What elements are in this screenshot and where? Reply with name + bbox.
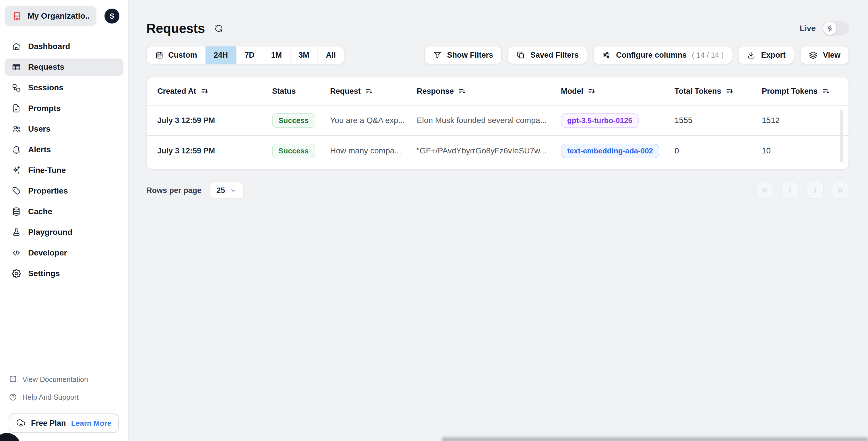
sliders-icon: [601, 50, 611, 60]
live-toggle-knob: [823, 22, 836, 35]
time-range-24h[interactable]: 24H: [206, 46, 237, 64]
cell-status: Success: [272, 113, 330, 128]
tag-icon: [11, 186, 21, 196]
chevron-right-icon: [811, 186, 819, 195]
view-documentation-link[interactable]: View Documentation: [9, 375, 119, 384]
help-icon: [9, 393, 17, 401]
time-range-custom[interactable]: Custom: [147, 46, 206, 64]
cell-response: Elon Musk founded several compa...: [417, 116, 561, 125]
zap-off-icon: [826, 25, 834, 32]
sidebar-item-requests[interactable]: Requests: [5, 59, 123, 76]
show-filters-button[interactable]: Show Filters: [424, 46, 502, 64]
table-row[interactable]: July 3 12:59 PM Success How many compa..…: [147, 136, 848, 166]
org-switcher-button[interactable]: My Organizatio...: [5, 6, 96, 26]
sidebar-item-alerts[interactable]: Alerts: [5, 141, 123, 158]
sidebar-item-developer[interactable]: Developer: [5, 244, 123, 262]
requests-table-card: Created At Status Request Response Model…: [146, 77, 849, 170]
table-header-row: Created At Status Request Response Model…: [147, 77, 848, 105]
cell-request: How many compa...: [330, 146, 417, 156]
sort-icon[interactable]: [725, 87, 734, 96]
sidebar-item-fine-tune[interactable]: Fine-Tune: [5, 162, 123, 179]
plan-label: Free Plan: [31, 419, 66, 428]
sidebar-item-cache[interactable]: Cache: [5, 203, 123, 220]
export-button[interactable]: Export: [738, 46, 794, 64]
gear-icon: [11, 269, 21, 278]
table-icon: [11, 62, 21, 72]
cloud-up-icon: [16, 418, 26, 428]
first-page-button[interactable]: [756, 182, 773, 199]
time-range-all[interactable]: All: [318, 46, 344, 64]
cell-total-tokens: 0: [675, 146, 762, 156]
cell-model: gpt-3.5-turbo-0125: [561, 113, 675, 128]
home-icon: [11, 42, 21, 51]
column-header-response[interactable]: Response: [417, 87, 561, 96]
flask-icon: [11, 227, 21, 237]
sidebar-item-sessions[interactable]: Sessions: [5, 79, 123, 96]
sort-icon[interactable]: [822, 87, 830, 96]
toolbar-buttons: Show Filters Saved Filters Configure col…: [424, 46, 849, 64]
column-header-prompt-tokens[interactable]: Prompt Tokens: [762, 87, 848, 96]
rows-per-page: Rows per page 25: [146, 182, 244, 199]
time-range-3m[interactable]: 3M: [290, 46, 318, 64]
live-label: Live: [800, 24, 816, 33]
rows-per-page-select[interactable]: 25: [210, 182, 244, 199]
plan-card[interactable]: Free Plan Learn More: [9, 413, 119, 433]
building-icon: [12, 11, 22, 21]
sidebar: My Organizatio... S Dashboard Requests S…: [0, 0, 129, 441]
cell-prompt-tokens: 10: [762, 146, 848, 156]
sparkles-icon: [11, 165, 21, 175]
sort-icon[interactable]: [458, 87, 466, 96]
cell-created-at: July 3 12:59 PM: [157, 116, 272, 125]
sidebar-item-settings[interactable]: Settings: [5, 265, 123, 282]
layers-icon: [809, 50, 818, 60]
saved-filters-button[interactable]: Saved Filters: [507, 46, 587, 64]
sort-icon[interactable]: [200, 87, 209, 96]
main-content: Requests Live Custom 24H 7D: [129, 0, 868, 441]
column-header-request[interactable]: Request: [330, 87, 417, 96]
prev-page-button[interactable]: [781, 182, 799, 199]
users-icon: [11, 124, 21, 134]
sidebar-item-playground[interactable]: Playground: [5, 224, 123, 241]
table-footer: Rows per page 25: [146, 182, 849, 199]
rows-per-page-label: Rows per page: [146, 186, 202, 195]
column-header-model[interactable]: Model: [561, 87, 675, 96]
view-button[interactable]: View: [800, 46, 849, 64]
sort-icon[interactable]: [365, 87, 373, 96]
cell-request: You are a Q&A exp...: [330, 116, 417, 125]
sidebar-item-prompts[interactable]: Prompts: [5, 100, 123, 117]
sort-icon[interactable]: [587, 87, 596, 96]
time-range-1m[interactable]: 1M: [263, 46, 291, 64]
column-header-status[interactable]: Status: [272, 87, 330, 96]
bell-icon: [11, 145, 21, 155]
cell-status: Success: [272, 144, 330, 158]
table-row[interactable]: July 3 12:59 PM Success You are a Q&A ex…: [147, 105, 848, 136]
time-range-7d[interactable]: 7D: [237, 46, 263, 64]
page-title: Requests: [146, 21, 205, 36]
live-toggle[interactable]: [823, 21, 849, 36]
avatar[interactable]: S: [104, 9, 119, 24]
column-header-created-at[interactable]: Created At: [157, 87, 272, 96]
last-page-button[interactable]: [832, 182, 849, 199]
refresh-icon: [214, 24, 223, 33]
sidebar-item-properties[interactable]: Properties: [5, 182, 123, 200]
configure-columns-button[interactable]: Configure columns ( 14 / 14 ): [593, 46, 732, 64]
table-scrollbar[interactable]: [840, 109, 843, 162]
sidebar-item-dashboard[interactable]: Dashboard: [5, 38, 123, 55]
next-page-button[interactable]: [807, 182, 824, 199]
cell-total-tokens: 1555: [675, 116, 762, 125]
book-icon: [9, 375, 17, 384]
column-header-total-tokens[interactable]: Total Tokens: [675, 87, 762, 96]
learn-more-link[interactable]: Learn More: [71, 419, 112, 428]
refresh-button[interactable]: [213, 23, 224, 34]
rows-per-page-value: 25: [216, 186, 225, 195]
pagination: [756, 182, 849, 199]
live-wrap: Live: [800, 21, 849, 36]
chevrons-left-icon: [761, 186, 769, 195]
table-body: July 3 12:59 PM Success You are a Q&A ex…: [147, 105, 848, 166]
help-and-support-link[interactable]: Help And Support: [9, 393, 119, 401]
cell-model: text-embedding-ada-002: [561, 144, 675, 158]
app-window: My Organizatio... S Dashboard Requests S…: [0, 0, 868, 441]
chevron-left-icon: [786, 186, 794, 195]
funnel-icon: [433, 50, 442, 60]
sidebar-item-users[interactable]: Users: [5, 121, 123, 138]
